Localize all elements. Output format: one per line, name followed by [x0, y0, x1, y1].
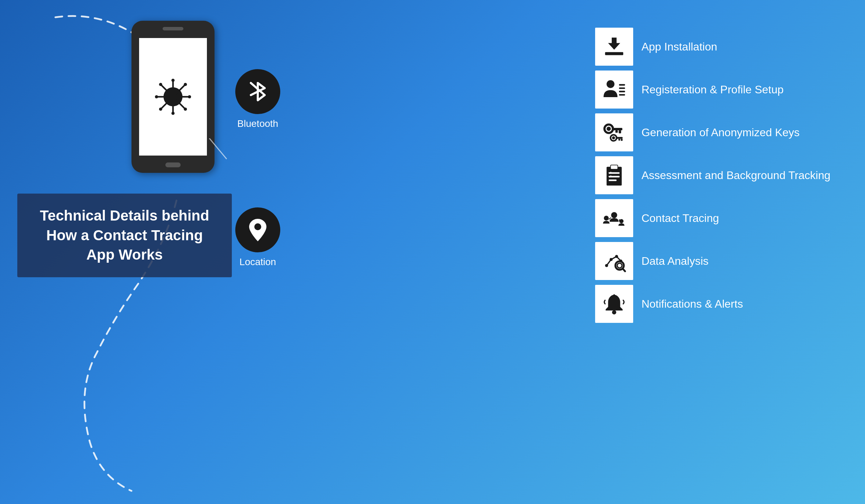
title-text: Technical Details behind How a Contact T… [32, 206, 217, 265]
location-icon [247, 217, 268, 243]
phone-illustration [131, 21, 215, 173]
svg-rect-29 [619, 130, 621, 133]
svg-point-12 [184, 83, 187, 86]
feature-label-assessment: Assessment and Background Tracking [641, 169, 830, 182]
svg-point-42 [604, 216, 609, 221]
svg-point-21 [607, 80, 614, 88]
feature-label-data-analysis: Data Analysis [641, 255, 709, 268]
feature-label-registration: Registeration & Profile Setup [641, 83, 784, 96]
feature-item-keys: Generation of Anonymized Keys [595, 113, 830, 151]
network-icon [602, 206, 626, 230]
svg-point-53 [612, 310, 616, 314]
svg-point-4 [171, 112, 174, 115]
feature-item-data-analysis: Data Analysis [595, 242, 830, 280]
feature-item-assessment: Assessment and Background Tracking [595, 156, 830, 194]
notifications-icon-box [595, 285, 633, 323]
phone-speaker [163, 27, 183, 30]
svg-point-18 [254, 223, 261, 230]
bluetooth-icon [247, 78, 268, 105]
svg-rect-33 [616, 137, 622, 139]
svg-rect-30 [615, 130, 618, 133]
title-box: Technical Details behind How a Contact T… [17, 194, 232, 277]
svg-rect-22 [619, 84, 625, 85]
svg-point-10 [159, 83, 162, 86]
svg-marker-20 [608, 38, 620, 50]
svg-point-27 [607, 127, 611, 131]
feature-list: App Installation Registeration & Profile… [595, 28, 830, 323]
connector-line [206, 138, 247, 200]
svg-rect-34 [621, 139, 622, 141]
svg-line-45 [619, 220, 620, 222]
feature-item-registration: Registeration & Profile Setup [595, 71, 830, 109]
feature-item-app-installation: App Installation [595, 28, 830, 66]
location-circle [235, 207, 280, 252]
feature-label-keys: Generation of Anonymized Keys [641, 126, 800, 139]
svg-rect-37 [610, 165, 618, 169]
feature-item-notifications: Notifications & Alerts [595, 285, 830, 323]
keys-icon-box [595, 113, 633, 151]
keys-icon [602, 120, 626, 144]
data-analysis-icon-box [595, 242, 633, 280]
feature-label-contact-tracing: Contact Tracing [641, 212, 719, 225]
svg-point-8 [188, 95, 191, 98]
profile-icon [602, 77, 626, 102]
assessment-icon-box [595, 156, 633, 194]
svg-point-14 [159, 108, 162, 111]
location-label: Location [239, 256, 276, 268]
svg-rect-19 [605, 52, 623, 55]
contact-tracing-icon-box [595, 199, 633, 237]
app-installation-icon-box [595, 28, 633, 66]
svg-rect-40 [609, 179, 617, 181]
analysis-icon [602, 249, 626, 273]
clipboard-icon [602, 163, 626, 187]
svg-rect-23 [619, 87, 625, 89]
bell-icon [602, 292, 626, 316]
feature-label-notifications: Notifications & Alerts [641, 298, 743, 310]
location-section: Location [235, 207, 280, 268]
phone-home-button [165, 162, 181, 167]
svg-rect-25 [619, 94, 625, 95]
svg-rect-24 [619, 91, 625, 92]
svg-point-32 [612, 136, 615, 139]
feature-item-contact-tracing: Contact Tracing [595, 199, 830, 237]
registration-icon-box [595, 71, 633, 109]
svg-line-52 [622, 269, 625, 271]
phone-screen [139, 38, 207, 156]
svg-point-41 [611, 212, 617, 218]
svg-rect-35 [618, 139, 620, 140]
svg-point-2 [171, 79, 174, 82]
virus-icon [154, 78, 192, 116]
bluetooth-section: Bluetooth [235, 69, 280, 129]
svg-point-43 [619, 219, 623, 223]
svg-point-6 [155, 95, 158, 98]
bluetooth-circle [235, 69, 280, 114]
svg-point-16 [184, 108, 187, 111]
svg-rect-28 [612, 128, 622, 130]
feature-label-app-installation: App Installation [641, 40, 717, 53]
svg-point-51 [617, 263, 622, 268]
svg-line-17 [209, 138, 227, 159]
download-icon [602, 35, 626, 59]
bluetooth-label: Bluetooth [237, 118, 278, 129]
